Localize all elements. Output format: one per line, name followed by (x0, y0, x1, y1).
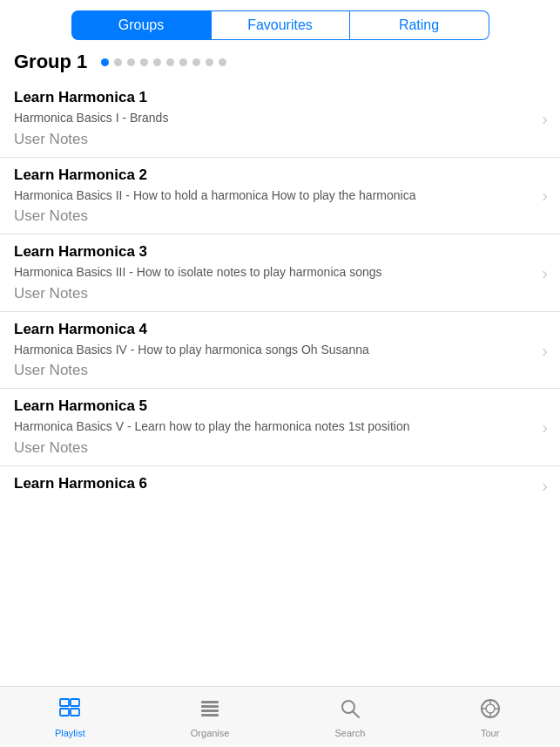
svg-rect-2 (60, 709, 69, 716)
bottom-tab-playlist-label: Playlist (55, 728, 85, 738)
svg-rect-5 (201, 705, 219, 708)
svg-line-9 (353, 711, 359, 717)
bottom-tab-organise-label: Organise (191, 728, 230, 738)
bottom-tab-tour-label: Tour (481, 728, 499, 738)
lesson-desc: Harmonica Basics III - How to isolate no… (14, 264, 529, 282)
svg-rect-3 (71, 709, 79, 716)
list-item[interactable]: Learn Harmonica 5 Harmonica Basics V - L… (0, 389, 560, 466)
tab-rating[interactable]: Rating (350, 10, 489, 40)
tab-favourites[interactable]: Favourites (211, 10, 350, 40)
playlist-icon (57, 696, 82, 724)
lesson-list: Learn Harmonica 1 Harmonica Basics I - B… (0, 80, 560, 710)
group-header: Group 1 (0, 47, 560, 80)
svg-rect-1 (71, 699, 79, 706)
list-item[interactable]: Learn Harmonica 2 Harmonica Basics II - … (0, 158, 560, 235)
lesson-title: Learn Harmonica 5 (14, 397, 529, 415)
bottom-tab-tour[interactable]: Tour (420, 687, 560, 747)
dot-10[interactable] (219, 58, 226, 66)
bottom-tab-playlist[interactable]: Playlist (0, 687, 140, 747)
svg-rect-4 (201, 701, 219, 703)
list-item[interactable]: Learn Harmonica 6 › (0, 466, 560, 505)
dot-1[interactable] (101, 58, 109, 66)
chevron-right-icon: › (542, 108, 548, 128)
chevron-right-icon: › (542, 262, 548, 282)
lesson-desc: Harmonica Basics I - Brands (14, 110, 529, 127)
dot-3[interactable] (127, 58, 135, 66)
top-tab-bar: Groups Favourites Rating (0, 0, 560, 47)
group-title: Group 1 (14, 51, 87, 73)
search-icon (338, 696, 362, 724)
dot-8[interactable] (192, 58, 200, 66)
user-notes: User Notes (14, 439, 529, 457)
svg-rect-6 (201, 710, 219, 712)
dot-2[interactable] (114, 58, 122, 66)
svg-point-11 (486, 704, 495, 713)
user-notes: User Notes (14, 131, 529, 148)
organise-icon (198, 696, 222, 724)
dot-6[interactable] (166, 58, 174, 66)
bottom-tab-search[interactable]: Search (280, 687, 421, 747)
tour-icon (478, 696, 503, 724)
chevron-right-icon: › (542, 186, 548, 206)
pagination-dots (101, 58, 226, 66)
user-notes: User Notes (14, 362, 529, 379)
dot-5[interactable] (153, 58, 161, 66)
chevron-right-icon: › (542, 475, 548, 495)
bottom-tab-search-label: Search (334, 728, 365, 738)
svg-rect-0 (60, 699, 69, 706)
chevron-right-icon: › (542, 340, 548, 360)
user-notes: User Notes (14, 207, 529, 225)
lesson-desc: Harmonica Basics IV - How to play harmon… (14, 342, 529, 359)
dot-7[interactable] (179, 58, 187, 66)
dot-9[interactable] (206, 58, 213, 66)
user-notes: User Notes (14, 285, 529, 302)
lesson-title: Learn Harmonica 6 (14, 475, 529, 492)
dot-4[interactable] (140, 58, 148, 66)
lesson-title: Learn Harmonica 1 (14, 89, 529, 106)
bottom-tab-bar: Playlist Organise Search (0, 686, 560, 747)
lesson-title: Learn Harmonica 3 (14, 243, 529, 261)
svg-rect-7 (201, 714, 219, 716)
lesson-desc: Harmonica Basics V - Learn how to play t… (14, 418, 529, 436)
list-item[interactable]: Learn Harmonica 1 Harmonica Basics I - B… (0, 80, 560, 158)
list-item[interactable]: Learn Harmonica 4 Harmonica Basics IV - … (0, 312, 560, 390)
lesson-title: Learn Harmonica 2 (14, 166, 529, 184)
lesson-title: Learn Harmonica 4 (14, 321, 529, 338)
chevron-right-icon: › (542, 418, 548, 438)
tab-groups[interactable]: Groups (71, 10, 211, 40)
lesson-desc: Harmonica Basics II - How to hold a harm… (14, 187, 529, 205)
list-item[interactable]: Learn Harmonica 3 Harmonica Basics III -… (0, 234, 560, 312)
bottom-tab-organise[interactable]: Organise (140, 687, 280, 747)
